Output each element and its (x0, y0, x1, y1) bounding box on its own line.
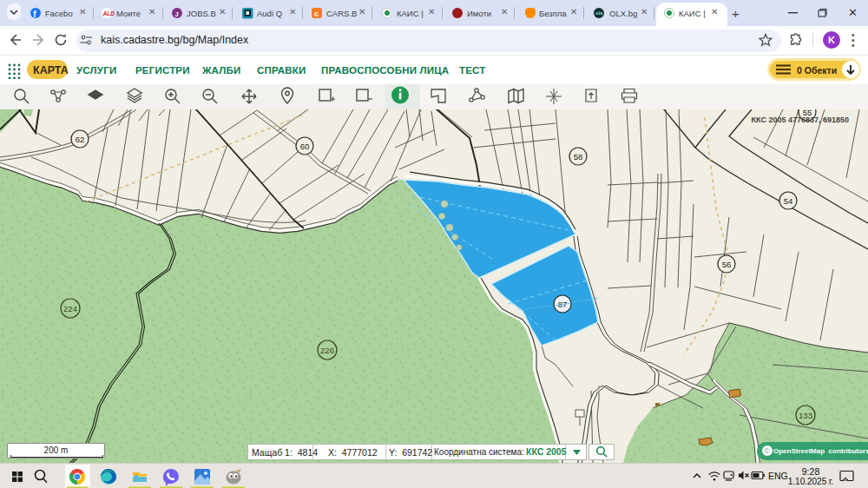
svg-text:ENG: ENG (768, 471, 788, 481)
svg-text:56: 56 (722, 260, 732, 269)
svg-text:60: 60 (300, 142, 310, 151)
svg-text:54: 54 (784, 196, 793, 206)
svg-text:9:28: 9:28 (802, 466, 820, 477)
svg-text:133: 133 (799, 411, 812, 420)
svg-text:224: 224 (63, 304, 77, 313)
svg-text:1.10.2025 г.: 1.10.2025 г. (788, 477, 833, 486)
svg-text:ККС 2005 4776837, 691850: ККС 2005 4776837, 691850 (752, 115, 849, 124)
svg-text:58: 58 (574, 152, 583, 162)
svg-text:226: 226 (320, 346, 334, 355)
svg-text:62: 62 (76, 135, 85, 144)
